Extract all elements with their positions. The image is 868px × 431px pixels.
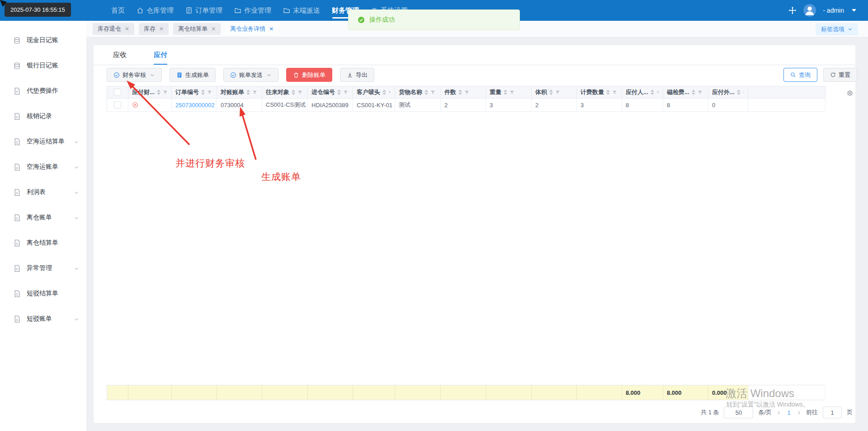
move-icon[interactable]: [788, 6, 797, 14]
filter-icon[interactable]: [163, 90, 168, 95]
sidebar-item-air-sea-bill[interactable]: 空海运账单: [0, 154, 86, 180]
cell-statement_no: 0730004: [217, 99, 262, 112]
sort-carets-icon[interactable]: [549, 90, 553, 95]
filter-icon[interactable]: [464, 90, 469, 95]
order-no-link[interactable]: 250730000002: [175, 102, 215, 109]
filter-icon[interactable]: [698, 90, 703, 95]
nav-item-operation[interactable]: 作业管理: [234, 0, 271, 21]
reset-button[interactable]: 重置: [823, 68, 857, 82]
sort-carets-icon[interactable]: [737, 90, 741, 95]
chevron-down-icon: [74, 165, 79, 170]
select-all-checkbox[interactable]: [114, 89, 121, 96]
tab-receivable[interactable]: 应收: [113, 51, 127, 65]
nav-item-delivery[interactable]: 末端派送: [283, 0, 320, 21]
sort-carets-icon[interactable]: [382, 90, 386, 95]
summary-cell-payable_labor: 8.000: [622, 385, 663, 400]
goto-page-input[interactable]: [823, 407, 842, 418]
delete-bill-label: 删除账单: [302, 71, 326, 79]
column-settings-gear-icon[interactable]: [846, 89, 854, 97]
tab-business-detail[interactable]: 离仓业务详情✕: [225, 23, 278, 35]
filter-icon[interactable]: [388, 90, 391, 95]
filter-icon[interactable]: [656, 90, 659, 95]
close-icon[interactable]: ✕: [159, 26, 164, 32]
header-cell-select[interactable]: [107, 86, 128, 99]
page-size-input[interactable]: [724, 407, 753, 418]
header-cell-payable_labor[interactable]: 应付人...: [622, 86, 663, 99]
filter-icon[interactable]: [297, 90, 302, 95]
filter-icon[interactable]: [555, 90, 560, 95]
sidebar-item-shuttle-bill[interactable]: 短驳账单: [0, 306, 86, 332]
tab-payable[interactable]: 应付: [154, 51, 167, 65]
row-checkbox[interactable]: [114, 101, 121, 109]
filter-icon[interactable]: [612, 90, 617, 95]
header-cell-magnetic_fee[interactable]: 磁检费...: [663, 86, 708, 99]
finance-audit-button[interactable]: 财务审核: [107, 68, 162, 82]
filter-icon[interactable]: [509, 90, 514, 95]
user-caret-icon[interactable]: [852, 9, 856, 12]
avatar[interactable]: [803, 4, 816, 17]
delete-bill-button[interactable]: 删除账单: [286, 68, 332, 82]
close-icon[interactable]: ✕: [125, 26, 129, 32]
nav-item-home[interactable]: 首页: [111, 0, 125, 21]
sidebar-item-advance-fee[interactable]: 代垫费操作: [0, 78, 86, 104]
export-button[interactable]: 导出: [340, 68, 374, 82]
sort-carets-icon[interactable]: [606, 90, 610, 95]
sidebar-item-exception-mgmt[interactable]: 异常管理: [0, 256, 86, 281]
header-cell-shipping_mark[interactable]: 客户唛头: [353, 86, 395, 99]
header-cell-audit_status[interactable]: 应付财...: [128, 86, 172, 99]
send-bill-button[interactable]: 账单发送: [223, 68, 278, 82]
filter-icon[interactable]: [252, 90, 257, 95]
current-page[interactable]: 1: [786, 409, 792, 416]
prev-page-button[interactable]: ‹: [777, 408, 781, 417]
header-cell-charge_qty[interactable]: 计费数量: [577, 86, 622, 99]
filter-icon[interactable]: [207, 90, 212, 95]
sort-carets-icon[interactable]: [425, 90, 428, 95]
sort-carets-icon[interactable]: [201, 90, 205, 95]
sidebar-item-profit-table[interactable]: 利润表: [0, 180, 86, 205]
user-label[interactable]: - admin: [823, 7, 844, 14]
header-cell-payable_other[interactable]: 应付外...: [708, 86, 748, 99]
filter-icon[interactable]: [743, 90, 744, 95]
tab-options-button[interactable]: 标签选项: [816, 23, 858, 35]
sort-carets-icon[interactable]: [651, 90, 654, 95]
tab-inventory-return[interactable]: 库存退仓✕: [93, 23, 134, 35]
sidebar-item-bank-journal[interactable]: 银行日记账: [0, 53, 86, 78]
sidebar-item-writeoff-records[interactable]: 核销记录: [0, 104, 86, 129]
cell-payable_other: 0: [708, 99, 748, 112]
reset-label: 重置: [839, 71, 850, 79]
filter-icon[interactable]: [343, 90, 348, 95]
sort-carets-icon[interactable]: [504, 90, 507, 95]
generate-bill-button[interactable]: 生成账单: [170, 68, 216, 82]
header-cell-goods_name[interactable]: 货物名称: [395, 86, 441, 99]
header-cell-partner[interactable]: 往来对象: [262, 86, 308, 99]
sort-carets-icon[interactable]: [692, 90, 695, 95]
header-cell-statement_no[interactable]: 对账账单: [217, 86, 262, 99]
header-cell-pieces[interactable]: 件数: [441, 86, 486, 99]
sort-carets-icon[interactable]: [246, 90, 250, 95]
sidebar-item-air-sea-settlement[interactable]: 空海运结算单: [0, 129, 86, 154]
header-cell-inbound_no[interactable]: 进仓编号: [308, 86, 353, 99]
sidebar-item-shuttle-settlement[interactable]: 短驳结算单: [0, 281, 86, 306]
next-page-button[interactable]: ›: [797, 408, 801, 417]
close-icon[interactable]: ✕: [211, 26, 216, 32]
sort-carets-icon[interactable]: [458, 90, 462, 95]
close-icon[interactable]: ✕: [269, 26, 274, 32]
ledger-icon: [13, 36, 21, 44]
sidebar-item-out-settlement[interactable]: 离仓结算单: [0, 230, 86, 256]
nav-item-warehouse[interactable]: 仓库管理: [137, 0, 174, 21]
sort-carets-icon[interactable]: [292, 90, 295, 95]
summary-cell-volume: [532, 385, 577, 400]
sort-carets-icon[interactable]: [337, 90, 341, 95]
sidebar-item-cash-journal[interactable]: 现金日记账: [0, 28, 86, 53]
header-cell-volume[interactable]: 体积: [532, 86, 577, 99]
nav-item-order[interactable]: 订单管理: [185, 0, 222, 21]
filter-icon[interactable]: [430, 90, 435, 95]
sidebar-item-out-bill[interactable]: 离仓账单: [0, 205, 86, 230]
tab-inventory[interactable]: 库存✕: [139, 23, 169, 35]
header-cell-order_no[interactable]: 订单编号: [172, 86, 217, 99]
tab-out-settlement[interactable]: 离仓结算单✕: [173, 23, 221, 35]
header-cell-weight[interactable]: 重量: [486, 86, 532, 99]
summary-cell-pieces: [441, 385, 486, 400]
sort-carets-icon[interactable]: [157, 90, 160, 95]
search-button[interactable]: 查询: [783, 68, 817, 82]
